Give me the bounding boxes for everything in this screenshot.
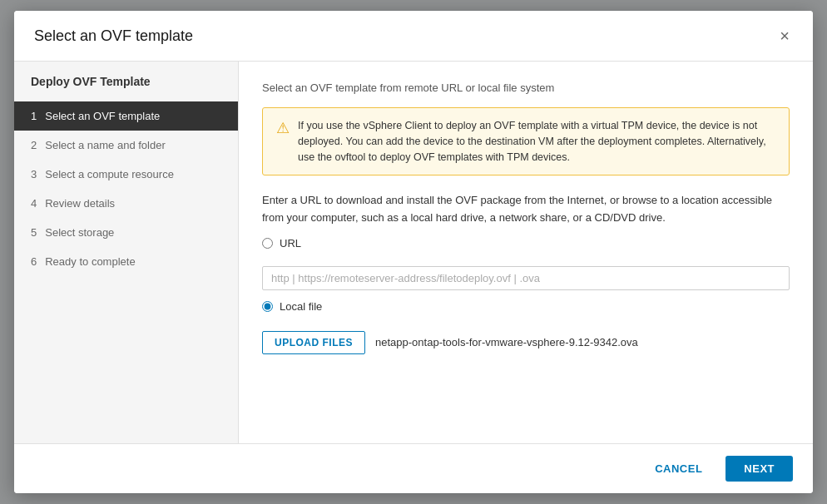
modal-title: Select an OVF template [34, 27, 193, 45]
deploy-ovf-modal: Select an OVF template × Deploy OVF Temp… [14, 11, 813, 493]
warning-icon: ⚠ [276, 119, 290, 137]
step-6-label: Ready to complete [45, 255, 135, 268]
step-3-number: 3 [31, 168, 37, 180]
sidebar: Deploy OVF Template 1 Select an OVF temp… [14, 62, 239, 443]
step-3-label: Select a compute resource [45, 168, 174, 180]
main-content: Select an OVF template from remote URL o… [239, 62, 813, 443]
url-option: URL [262, 237, 790, 250]
sidebar-item-6[interactable]: 6 Ready to complete [14, 247, 238, 276]
local-file-radio[interactable] [262, 301, 273, 312]
close-button[interactable]: × [776, 24, 793, 47]
sidebar-item-4[interactable]: 4 Review details [14, 189, 238, 218]
next-button[interactable]: NEXT [725, 456, 793, 482]
cancel-button[interactable]: CANCEL [641, 456, 716, 482]
step-1-number: 1 [31, 110, 37, 122]
content-subtitle: Select an OVF template from remote URL o… [262, 82, 790, 94]
url-label: URL [280, 237, 301, 250]
modal-body: Deploy OVF Template 1 Select an OVF temp… [14, 62, 813, 443]
warning-box: ⚠ If you use the vSphere Client to deplo… [262, 107, 790, 175]
sidebar-item-3[interactable]: 3 Select a compute resource [14, 160, 238, 189]
sidebar-title: Deploy OVF Template [14, 75, 238, 101]
warning-text: If you use the vSphere Client to deploy … [298, 118, 775, 165]
modal-header: Select an OVF template × [14, 11, 813, 62]
upload-files-button[interactable]: UPLOAD FILES [262, 331, 365, 354]
sidebar-item-1[interactable]: 1 Select an OVF template [14, 101, 238, 131]
local-file-row: UPLOAD FILES netapp-ontap-tools-for-vmwa… [262, 331, 790, 354]
local-file-option: Local file [262, 300, 790, 313]
step-2-number: 2 [31, 139, 37, 151]
sidebar-item-2[interactable]: 2 Select a name and folder [14, 131, 238, 160]
url-input[interactable] [262, 266, 790, 290]
sidebar-item-5[interactable]: 5 Select storage [14, 218, 238, 247]
url-radio[interactable] [262, 238, 273, 249]
modal-footer: CANCEL NEXT [14, 443, 813, 493]
step-2-label: Select a name and folder [45, 139, 166, 151]
option-description: Enter a URL to download and install the … [262, 192, 790, 227]
step-5-number: 5 [31, 226, 37, 239]
step-5-label: Select storage [45, 226, 114, 239]
local-file-label: Local file [280, 300, 322, 313]
radio-group: URL Local file UPLOAD FILES netapp-ontap… [262, 237, 790, 354]
step-4-number: 4 [31, 197, 37, 210]
step-6-number: 6 [31, 255, 37, 268]
step-1-label: Select an OVF template [45, 110, 160, 122]
step-4-label: Review details [45, 197, 115, 210]
file-name: netapp-ontap-tools-for-vmware-vsphere-9.… [375, 336, 638, 348]
